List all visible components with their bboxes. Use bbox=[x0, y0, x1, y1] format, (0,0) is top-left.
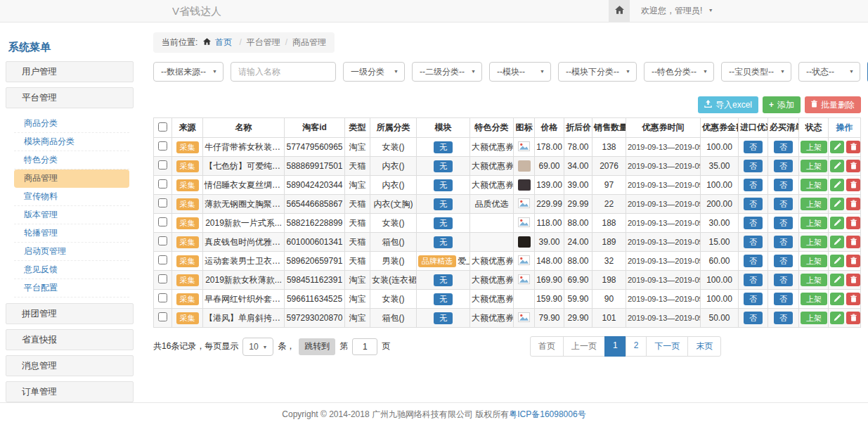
status-toggle[interactable]: 上架 bbox=[801, 217, 827, 229]
import-pick-toggle[interactable]: 否 bbox=[744, 198, 763, 210]
row-checkbox[interactable] bbox=[158, 312, 167, 321]
must-buy-toggle[interactable]: 否 bbox=[774, 141, 793, 153]
edit-button[interactable] bbox=[830, 236, 844, 248]
row-checkbox[interactable] bbox=[158, 255, 167, 264]
batch-delete-button[interactable]: 批量删除 bbox=[805, 96, 861, 113]
filter-select[interactable]: 一级分类▼ bbox=[343, 62, 405, 82]
edit-button[interactable] bbox=[830, 160, 844, 172]
page-button[interactable]: 上一页 bbox=[563, 336, 605, 357]
name-search-input[interactable] bbox=[231, 62, 336, 82]
jump-page-input[interactable] bbox=[352, 338, 377, 355]
status-toggle[interactable]: 上架 bbox=[801, 293, 827, 305]
delete-button[interactable] bbox=[846, 198, 860, 210]
must-buy-toggle[interactable]: 否 bbox=[774, 312, 793, 324]
sidebar-item[interactable]: 轮播管理 bbox=[14, 224, 129, 243]
user-menu[interactable]: 欢迎您，管理员! ▼ bbox=[641, 5, 713, 17]
status-toggle[interactable]: 上架 bbox=[801, 198, 827, 210]
sidebar-item[interactable]: 模块商品分类 bbox=[14, 133, 129, 151]
row-checkbox[interactable] bbox=[158, 236, 167, 245]
must-buy-toggle[interactable]: 否 bbox=[774, 198, 793, 210]
filter-select[interactable]: --二级分类--▼ bbox=[412, 62, 482, 82]
edit-button[interactable] bbox=[830, 141, 844, 153]
must-buy-toggle[interactable]: 否 bbox=[774, 217, 793, 229]
import-pick-toggle[interactable]: 否 bbox=[744, 274, 763, 286]
delete-button[interactable] bbox=[846, 160, 860, 172]
edit-button[interactable] bbox=[830, 217, 844, 229]
status-toggle[interactable]: 上架 bbox=[801, 312, 827, 324]
delete-button[interactable] bbox=[846, 236, 860, 248]
row-checkbox[interactable] bbox=[158, 160, 167, 170]
must-buy-toggle[interactable]: 否 bbox=[774, 274, 793, 286]
edit-button[interactable] bbox=[830, 274, 844, 286]
page-button[interactable]: 下一页 bbox=[646, 336, 688, 357]
sidebar-item[interactable]: 特色分类 bbox=[14, 151, 129, 170]
page-size-select[interactable]: 10 ▼ bbox=[242, 338, 273, 356]
jump-button[interactable]: 跳转到 bbox=[299, 338, 335, 355]
import-pick-toggle[interactable]: 否 bbox=[744, 160, 763, 172]
delete-button[interactable] bbox=[846, 312, 860, 324]
filter-select[interactable]: --数据来源--▼ bbox=[153, 62, 224, 82]
row-checkbox[interactable] bbox=[158, 293, 167, 302]
filter-select[interactable]: --模块下分类--▼ bbox=[558, 62, 637, 82]
edit-button[interactable] bbox=[830, 293, 844, 305]
page-button[interactable]: 首页 bbox=[530, 336, 564, 357]
import-excel-button[interactable]: 导入excel bbox=[698, 96, 758, 113]
status-toggle[interactable]: 上架 bbox=[801, 160, 827, 172]
edit-button[interactable] bbox=[830, 255, 844, 267]
must-buy-toggle[interactable]: 否 bbox=[774, 255, 793, 267]
import-pick-toggle[interactable]: 否 bbox=[744, 141, 763, 153]
filter-select[interactable]: --状态--▼ bbox=[798, 62, 860, 82]
page-button[interactable]: 2 bbox=[626, 336, 647, 357]
row-checkbox[interactable] bbox=[158, 179, 167, 188]
status-toggle[interactable]: 上架 bbox=[801, 255, 827, 267]
sidebar-item[interactable]: 版本管理 bbox=[14, 206, 129, 224]
row-checkbox[interactable] bbox=[158, 198, 167, 207]
must-buy-toggle[interactable]: 否 bbox=[774, 160, 793, 172]
page-button[interactable]: 1 bbox=[604, 336, 626, 357]
import-pick-toggle[interactable]: 否 bbox=[744, 312, 763, 324]
sidebar-group-3[interactable]: 省直快报 bbox=[6, 329, 134, 350]
sidebar-item[interactable]: 宣传物料 bbox=[14, 188, 129, 206]
delete-button[interactable] bbox=[846, 274, 860, 286]
delete-button[interactable] bbox=[846, 293, 860, 305]
import-pick-toggle[interactable]: 否 bbox=[744, 255, 763, 267]
row-checkbox[interactable] bbox=[158, 274, 167, 283]
status-toggle[interactable]: 上架 bbox=[801, 179, 827, 191]
import-pick-toggle[interactable]: 否 bbox=[744, 217, 763, 229]
must-buy-toggle[interactable]: 否 bbox=[774, 293, 793, 305]
row-checkbox[interactable] bbox=[158, 141, 167, 151]
page-button[interactable]: 末页 bbox=[687, 336, 721, 357]
delete-button[interactable] bbox=[846, 255, 860, 267]
sidebar-group-0[interactable]: 用户管理 bbox=[6, 61, 134, 82]
sidebar-item[interactable]: 意见反馈 bbox=[14, 261, 129, 279]
sidebar-group-4[interactable]: 消息管理 bbox=[6, 355, 134, 376]
status-toggle[interactable]: 上架 bbox=[801, 236, 827, 248]
import-pick-toggle[interactable]: 否 bbox=[744, 293, 763, 305]
edit-button[interactable] bbox=[830, 179, 844, 191]
delete-button[interactable] bbox=[846, 217, 860, 229]
delete-button[interactable] bbox=[846, 141, 860, 153]
edit-button[interactable] bbox=[830, 312, 844, 324]
sidebar-group-5[interactable]: 订单管理 bbox=[6, 381, 134, 402]
must-buy-toggle[interactable]: 否 bbox=[774, 179, 793, 191]
sidebar-item[interactable]: 商品管理 bbox=[14, 170, 129, 188]
import-pick-toggle[interactable]: 否 bbox=[744, 236, 763, 248]
edit-button[interactable] bbox=[830, 198, 844, 210]
filter-select[interactable]: --宝贝类型--▼ bbox=[721, 62, 791, 82]
sidebar-item[interactable]: 商品分类 bbox=[14, 115, 129, 133]
icp-link[interactable]: 粤ICP备16098006号 bbox=[509, 409, 585, 419]
import-pick-toggle[interactable]: 否 bbox=[744, 179, 763, 191]
breadcrumb-home-link[interactable]: 首页 bbox=[215, 37, 232, 47]
home-button[interactable] bbox=[609, 0, 630, 22]
filter-select[interactable]: --模块--▼ bbox=[489, 62, 551, 82]
sidebar-group-2[interactable]: 拼团管理 bbox=[6, 303, 134, 324]
delete-button[interactable] bbox=[846, 179, 860, 191]
status-toggle[interactable]: 上架 bbox=[801, 274, 827, 286]
sidebar-group-1[interactable]: 平台管理 bbox=[6, 87, 134, 108]
sidebar-item[interactable]: 平台配置 bbox=[14, 279, 129, 298]
add-button[interactable]: + 添加 bbox=[763, 96, 801, 113]
sidebar-item[interactable]: 启动页管理 bbox=[14, 243, 129, 261]
row-checkbox[interactable] bbox=[158, 217, 167, 226]
status-toggle[interactable]: 上架 bbox=[801, 141, 827, 153]
filter-select[interactable]: --特色分类--▼ bbox=[644, 62, 714, 82]
